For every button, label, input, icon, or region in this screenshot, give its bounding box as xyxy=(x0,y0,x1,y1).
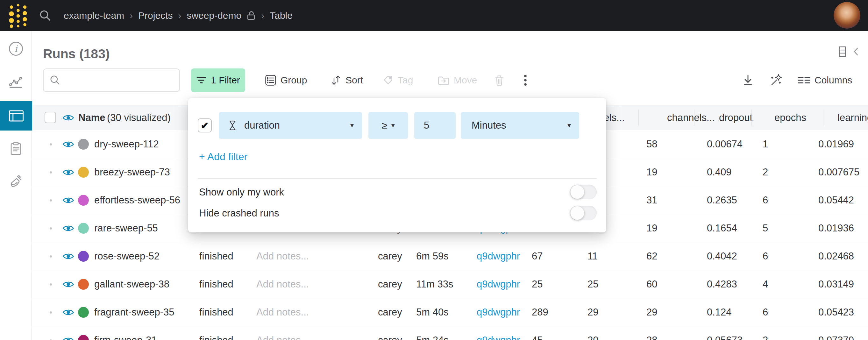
cell-notes[interactable]: Add notes... xyxy=(256,298,309,326)
cell-learning: 0.07370 xyxy=(818,326,854,340)
cell-notes[interactable]: Add notes... xyxy=(256,270,309,298)
chevron-down-icon: ▾ xyxy=(567,121,571,130)
cell-duration: 5m 40s xyxy=(416,298,448,326)
visibility-eye-icon[interactable] xyxy=(62,280,74,288)
cell-learning: 0.01936 xyxy=(818,214,854,242)
drag-handle-dot[interactable] xyxy=(50,311,52,314)
run-color-dot xyxy=(78,167,89,178)
cell-dropout: 0.1654 xyxy=(707,214,737,242)
sidebar-item-sweeps[interactable] xyxy=(0,167,32,196)
drag-handle-dot[interactable] xyxy=(50,143,52,146)
filter-button[interactable]: 1 Filter xyxy=(191,68,245,92)
visibility-eye-icon[interactable] xyxy=(62,140,74,148)
wandb-logo[interactable] xyxy=(7,2,29,29)
column-header-channels-b[interactable]: channels... xyxy=(667,105,715,130)
filter-icon xyxy=(196,76,206,85)
visibility-eye-icon[interactable] xyxy=(62,252,74,260)
filter-operator-select[interactable]: ≥ ▾ xyxy=(368,112,408,139)
filter-row-checkbox[interactable]: ✔ xyxy=(198,118,212,132)
run-name[interactable]: firm-sweep-31 xyxy=(94,326,157,340)
move-button-label: Move xyxy=(454,75,477,86)
magic-wand-button[interactable] xyxy=(769,68,782,92)
filter-field-select[interactable]: duration ▾ xyxy=(219,112,362,139)
cell-sweep[interactable]: q9dwgphr xyxy=(477,270,520,298)
filter-unit-select[interactable]: Minutes ▾ xyxy=(461,112,579,139)
drag-handle-dot[interactable] xyxy=(50,255,52,257)
cell-notes[interactable]: Add notes... xyxy=(256,326,309,340)
hide-crashed-runs-toggle[interactable] xyxy=(570,206,597,220)
show-only-my-work-toggle[interactable] xyxy=(570,185,597,199)
sidebar-item-overview[interactable]: i xyxy=(0,34,32,63)
sidebar-item-table[interactable] xyxy=(0,101,32,130)
more-actions-button[interactable] xyxy=(524,68,527,92)
breadcrumb-project[interactable]: sweep-demo xyxy=(187,10,241,21)
run-name[interactable]: dry-sweep-112 xyxy=(94,130,159,158)
cell-sweep[interactable]: q9dwgphr xyxy=(477,326,520,340)
sidebar-item-reports[interactable] xyxy=(0,134,32,163)
search-input[interactable] xyxy=(65,75,174,86)
visibility-eye-icon[interactable] xyxy=(62,308,74,316)
cell-sweep[interactable]: q9dwgphr xyxy=(477,242,520,270)
visibility-eye-icon[interactable] xyxy=(62,336,74,340)
visibility-eye-icon[interactable] xyxy=(62,196,74,205)
cell-sweep[interactable]: q9dwgphr xyxy=(477,298,520,326)
visibility-eye-icon[interactable] xyxy=(62,114,74,122)
cell-channels_b: 28 xyxy=(646,326,657,340)
drag-handle-dot[interactable] xyxy=(50,199,52,202)
column-divider xyxy=(751,110,752,126)
filter-field-value: duration xyxy=(244,120,280,131)
sort-button[interactable]: Sort xyxy=(331,68,363,92)
cell-batch: 45 xyxy=(532,326,542,340)
column-header-epochs[interactable]: epochs xyxy=(774,105,806,130)
visibility-eye-icon[interactable] xyxy=(62,224,74,233)
add-filter-link[interactable]: + Add filter xyxy=(199,151,247,163)
visibility-eye-icon[interactable] xyxy=(62,168,74,176)
tag-button: Tag xyxy=(383,68,413,92)
table-icon xyxy=(8,109,24,123)
breadcrumb-page[interactable]: Table xyxy=(270,10,292,21)
sidebar-item-charts[interactable] xyxy=(0,67,32,96)
drag-handle-dot[interactable] xyxy=(50,283,52,285)
search-icon[interactable] xyxy=(39,9,52,22)
hide-crashed-runs-label: Hide crashed runs xyxy=(199,208,279,219)
export-button[interactable] xyxy=(742,68,754,92)
table-row: fragrant-sweep-35finishedAdd notes...car… xyxy=(32,298,868,326)
cell-duration: 6m 59s xyxy=(416,242,448,270)
drag-handle-dot[interactable] xyxy=(50,227,52,229)
tag-button-label: Tag xyxy=(398,75,413,86)
mini-table-icon[interactable] xyxy=(839,47,846,57)
search-icon xyxy=(49,74,61,86)
group-button[interactable]: Group xyxy=(265,68,307,92)
table-row: gallant-sweep-38finishedAdd notes...care… xyxy=(32,270,868,298)
select-all-checkbox[interactable] xyxy=(44,112,56,123)
download-icon xyxy=(742,74,754,87)
cell-state: finished xyxy=(199,242,234,270)
run-name[interactable]: effortless-sweep-56 xyxy=(94,186,180,214)
chevron-left-icon[interactable] xyxy=(853,47,859,56)
cell-notes[interactable]: Add notes... xyxy=(256,242,309,270)
column-header-dropout[interactable]: dropout xyxy=(719,105,752,130)
run-name[interactable]: rose-sweep-52 xyxy=(94,242,159,270)
breadcrumb-team[interactable]: example-team xyxy=(64,10,124,21)
cell-state: finished xyxy=(199,270,234,298)
run-color-dot xyxy=(78,307,89,318)
run-name[interactable]: breezy-sweep-73 xyxy=(94,158,170,186)
cell-batch: 25 xyxy=(532,270,542,298)
column-header-name[interactable]: Name xyxy=(78,105,105,130)
filter-operator-value: ≥ xyxy=(381,119,388,132)
columns-button[interactable]: Columns xyxy=(798,68,852,92)
breadcrumb-projects[interactable]: Projects xyxy=(138,10,173,21)
column-header-learning-rate[interactable]: learning_... xyxy=(837,105,868,130)
cell-learning: 0.02468 xyxy=(818,242,854,270)
group-button-label: Group xyxy=(281,75,307,86)
run-name[interactable]: gallant-sweep-38 xyxy=(94,270,169,298)
avatar[interactable] xyxy=(834,2,860,29)
column-divider xyxy=(639,110,639,126)
drag-handle-dot[interactable] xyxy=(50,171,52,174)
run-name[interactable]: fragrant-sweep-35 xyxy=(94,298,175,326)
cell-state: finished xyxy=(199,326,234,340)
run-name[interactable]: rare-sweep-55 xyxy=(94,214,158,242)
filter-value-input[interactable] xyxy=(414,112,456,139)
cell-epochs: 2 xyxy=(763,158,768,186)
cell-epochs: 6 xyxy=(763,186,768,214)
